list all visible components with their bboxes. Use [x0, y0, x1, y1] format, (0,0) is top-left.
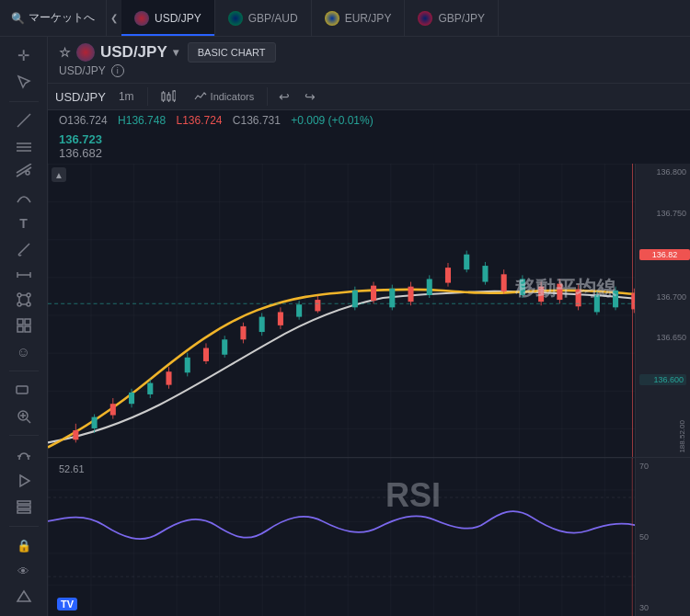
toolbar-separator-2 — [267, 87, 268, 106]
price-tick: 136.650 — [639, 333, 686, 342]
svg-rect-92 — [520, 279, 525, 294]
left-toolbar: ✛ T ☺ — [0, 37, 48, 616]
play-tool[interactable] — [7, 469, 40, 493]
svg-rect-37 — [167, 95, 170, 100]
rsi-value-label: 52.61 — [59, 463, 85, 474]
undo-button[interactable]: ↩ — [275, 87, 293, 106]
svg-rect-46 — [73, 430, 78, 439]
toolbar-timeframe[interactable]: 1m — [113, 88, 140, 105]
svg-point-13 — [27, 302, 30, 306]
svg-rect-80 — [408, 287, 413, 302]
indicators-label: Indicators — [211, 91, 255, 102]
tv-logo: TV — [57, 598, 77, 610]
svg-line-0 — [17, 114, 30, 127]
svg-rect-20 — [17, 326, 23, 332]
layers-tool[interactable] — [7, 495, 40, 519]
toolbar-separator-1 — [147, 87, 148, 106]
tab-gbp-jpy[interactable]: GBP/JPY — [405, 0, 499, 36]
svg-rect-34 — [162, 93, 165, 100]
watchlist-star[interactable]: ☆ — [59, 45, 71, 60]
redo-button[interactable]: ↪ — [301, 87, 319, 106]
svg-rect-90 — [501, 274, 507, 291]
flag-gbp-aud — [228, 11, 243, 26]
separator-3 — [9, 435, 39, 436]
tab-gbp-aud[interactable]: GBP/AUD — [215, 0, 312, 36]
brush-tool[interactable] — [7, 237, 40, 261]
price-tick: 136.700 — [639, 292, 686, 302]
flag-gbp-jpy — [418, 11, 432, 26]
tab-label-gbp-aud: GBP/AUD — [248, 12, 298, 25]
svg-rect-31 — [17, 506, 30, 508]
tab-label-usd-jpy: USD/JPY — [155, 12, 201, 25]
crosshair-tool[interactable]: ✛ — [7, 44, 40, 68]
rsi-chart-svg — [48, 458, 690, 616]
chart-canvas-container[interactable]: 移動平均線 ▲ 136.800 136.750 136.82 136.700 1… — [48, 164, 690, 616]
current-price: 136.723 — [59, 132, 679, 146]
learn-tool[interactable] — [7, 585, 40, 609]
svg-rect-82 — [427, 279, 432, 294]
measure-tool[interactable] — [7, 263, 40, 287]
main-chart[interactable]: 移動平均線 ▲ 136.800 136.750 136.82 136.700 1… — [48, 164, 690, 458]
indicators-button[interactable]: Indicators — [189, 88, 260, 105]
nodes-tool[interactable] — [7, 288, 40, 312]
rsi-axis: 70 50 30 — [635, 458, 690, 616]
arc-tool[interactable] — [7, 186, 40, 210]
svg-rect-32 — [17, 510, 30, 513]
previous-price: 136.682 — [59, 146, 679, 160]
chart-icon: 🔍 — [11, 12, 25, 25]
nav-arrow-left[interactable]: ❮ — [107, 13, 121, 23]
svg-rect-40 — [173, 91, 176, 100]
channel-tool[interactable] — [7, 160, 40, 184]
crosshair-vertical — [632, 164, 633, 457]
svg-rect-19 — [25, 319, 30, 325]
svg-rect-68 — [278, 312, 283, 325]
collapse-chart-button[interactable]: ▲ — [52, 167, 66, 182]
market-link[interactable]: 🔍 マーケットへ — [0, 0, 107, 36]
svg-point-12 — [17, 302, 21, 306]
svg-rect-21 — [25, 326, 30, 332]
svg-rect-48 — [92, 417, 98, 428]
eraser-tool[interactable] — [7, 379, 40, 403]
pair-name: USD/JPY — [100, 43, 167, 62]
tab-label-gbp-jpy: GBP/JPY — [438, 12, 485, 25]
basic-chart-button[interactable]: BASIC CHART — [188, 42, 276, 63]
eye-tool[interactable]: 👁 — [7, 559, 40, 583]
svg-rect-62 — [222, 339, 227, 354]
tab-eur-jpy[interactable]: EUR/JPY — [312, 0, 406, 36]
ohlc-bar: O136.724 H136.748 L136.724 C136.731 +0.0… — [48, 110, 690, 131]
crosshair-price-tag: 136.82 — [639, 249, 690, 260]
pair-dropdown-arrow[interactable]: ▾ — [173, 46, 178, 59]
chart-area: ☆ USD/JPY ▾ BASIC CHART USD/JPY i USD/JP… — [48, 37, 690, 616]
rsi-chart[interactable]: 52.61 RSI 70 50 30 TV — [48, 458, 690, 616]
zoom-tool[interactable] — [7, 405, 40, 428]
svg-rect-64 — [240, 326, 246, 339]
magnet-tool[interactable] — [7, 443, 40, 467]
price-level: 136.723 136.682 — [48, 131, 690, 164]
lock-tool[interactable]: 🔒 — [7, 533, 40, 557]
text-tool[interactable]: T — [7, 211, 40, 235]
ohlc-low: L136.724 — [176, 114, 222, 127]
svg-rect-60 — [203, 348, 209, 361]
svg-rect-54 — [147, 383, 153, 394]
svg-rect-74 — [352, 291, 358, 308]
chart-type-button[interactable] — [155, 87, 181, 106]
cursor-tool[interactable] — [7, 70, 40, 94]
line-tool[interactable] — [7, 108, 40, 132]
shapes-tool[interactable] — [7, 314, 40, 337]
tab-usd-jpy[interactable]: USD/JPY — [121, 0, 215, 36]
chart-info-row: USD/JPY i — [48, 63, 690, 83]
chart-header: ☆ USD/JPY ▾ BASIC CHART USD/JPY i — [48, 37, 690, 84]
emoji-tool[interactable]: ☺ — [7, 339, 40, 363]
pair-flag — [76, 43, 95, 62]
flag-usd — [134, 11, 149, 26]
pair-title: ☆ USD/JPY ▾ — [59, 43, 178, 62]
svg-rect-18 — [17, 319, 23, 325]
ohlc-open: O136.724 — [59, 114, 108, 127]
svg-line-24 — [27, 419, 30, 423]
svg-rect-58 — [185, 358, 190, 372]
svg-rect-66 — [259, 317, 265, 332]
info-icon[interactable]: i — [111, 64, 124, 77]
svg-rect-102 — [613, 291, 618, 308]
horizontal-line-tool[interactable] — [7, 134, 40, 158]
ohlc-close: C136.731 — [233, 114, 281, 127]
